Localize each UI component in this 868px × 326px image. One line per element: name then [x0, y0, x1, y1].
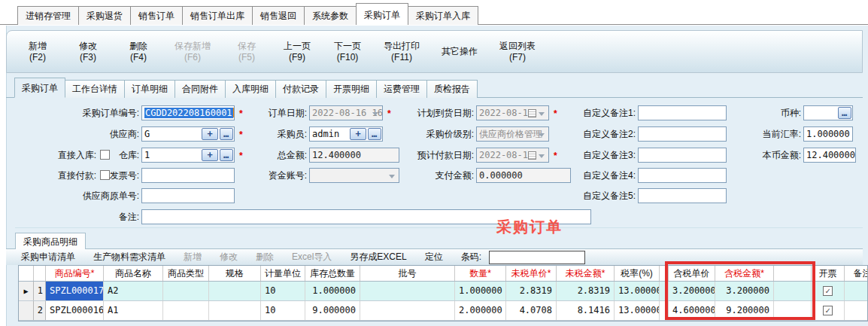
window-tab-sales-order-outbound[interactable]: 销售订单出库	[182, 6, 253, 25]
add-button[interactable]: +	[202, 128, 218, 140]
custom-note1-input[interactable]	[638, 105, 727, 120]
cell-product-code[interactable]: SPZL000017	[46, 282, 104, 300]
detail-action-save-as-excel[interactable]: 另存成EXCEL	[350, 251, 406, 264]
toolbar-save-button[interactable]: 保存(F5)	[226, 39, 267, 65]
toolbar-delete-button[interactable]: 删除(F4)	[118, 39, 159, 65]
cell-stock-total-qty[interactable]: 1.000000	[305, 282, 360, 300]
planned-arrival-date-input[interactable]: 2022-08-16	[476, 105, 549, 120]
cell-untaxed-amount[interactable]: 8.1416	[557, 301, 615, 320]
lookup-button[interactable]: …	[220, 128, 233, 140]
supplier-ref-no-input[interactable]	[141, 188, 235, 203]
column-header-product-name[interactable]: 商品名称	[104, 266, 163, 281]
invoiced-checkbox[interactable]: ✓	[823, 286, 833, 296]
subtab-contract-attachment[interactable]: 合同附件	[175, 80, 226, 98]
cell-product-name[interactable]: A2	[104, 282, 163, 300]
cell-stock-total-qty[interactable]: 9.000000	[305, 301, 360, 320]
column-header-untaxed-price[interactable]: 未税单价*	[506, 266, 557, 281]
cell-untaxed-price[interactable]: 4.0708	[506, 301, 557, 320]
column-header-product-code[interactable]: 商品编号*	[46, 266, 104, 281]
cell-selector[interactable]	[19, 301, 34, 320]
subtab-quality-report[interactable]: 质检报告	[426, 80, 478, 98]
invoice-no-input[interactable]	[141, 168, 235, 183]
exchange-rate-input[interactable]: 1.000000	[803, 126, 853, 142]
cell-product-code[interactable]: SPZL000016	[46, 301, 104, 320]
column-header-row-no[interactable]	[34, 266, 46, 281]
supplier-input[interactable]: G+…	[141, 126, 235, 142]
total-amount-input[interactable]: 12.400000	[309, 148, 399, 163]
toolbar-modify-button[interactable]: 修改(F3)	[68, 39, 108, 65]
add-button[interactable]: +	[350, 128, 366, 140]
custom-note2-input[interactable]	[638, 126, 727, 142]
window-tab-sales-order[interactable]: 销售订单	[130, 6, 183, 25]
detail-group-tab[interactable]: 采购商品明细	[15, 233, 86, 249]
cell-row-no[interactable]: 2	[34, 301, 46, 320]
subtab-invoice-detail[interactable]: 开票明细	[326, 80, 377, 98]
cell-tax-rate[interactable]: 13.000000	[615, 282, 660, 300]
column-header-tax-rate[interactable]: 税率(%)	[615, 266, 660, 281]
lookup-button[interactable]: …	[368, 128, 381, 140]
toolbar-other-operations-button[interactable]: 其它操作	[436, 44, 484, 59]
column-header-spec[interactable]: 规格	[209, 266, 261, 281]
cell-untaxed-amount[interactable]: 2.8319	[557, 282, 615, 300]
subtab-stockin-detail[interactable]: 入库明细	[225, 80, 276, 98]
detail-action-production-material-demand-list[interactable]: 生产物料需求清单	[93, 251, 165, 264]
fund-account-select[interactable]	[309, 168, 399, 183]
cell-spec[interactable]	[209, 301, 261, 320]
cell-invoiced[interactable]: ✓	[812, 282, 845, 300]
window-tab-purchase-order-inbound[interactable]: 采购订单入库	[408, 6, 478, 25]
planned-payment-date-input[interactable]: 2022-08-16	[476, 148, 549, 163]
warehouse-input[interactable]: 1+…	[141, 148, 235, 163]
detail-action-modify-line[interactable]: 修改	[220, 251, 238, 264]
direct-stockin-checkbox[interactable]	[100, 150, 110, 160]
toolbar-back-to-list-button[interactable]: 返回列表(F7)	[493, 39, 542, 65]
window-tab-sales-return[interactable]: 销售退回	[252, 6, 305, 25]
local-amount-input[interactable]: 12.400000	[803, 148, 856, 163]
column-header-remark[interactable]: 备注	[845, 266, 868, 281]
subtab-order-detail[interactable]: 订单明细	[124, 80, 175, 98]
cell-product-name[interactable]: A1	[104, 301, 163, 320]
window-tab-inventory-management[interactable]: 进销存管理	[17, 6, 79, 25]
cell-qty[interactable]: 1.000000	[455, 282, 506, 300]
custom-note5-input[interactable]	[638, 188, 727, 203]
toolbar-save-new-button[interactable]: 保存新增(F6)	[168, 39, 217, 65]
cell-untaxed-price[interactable]: 2.8319	[506, 282, 557, 300]
order-no-input[interactable]: CGDD202208160001	[141, 105, 235, 120]
lookup-button[interactable]: …	[220, 149, 233, 161]
column-header-unit[interactable]: 计量单位	[261, 266, 305, 281]
cell-product-type[interactable]	[163, 301, 209, 320]
cell-spec[interactable]	[209, 282, 261, 300]
window-tab-system-params[interactable]: 系统参数	[304, 6, 357, 25]
detail-action-delete-line[interactable]: 删除	[256, 251, 274, 264]
detail-action-add-line[interactable]: 新增	[184, 251, 202, 264]
cell-remark[interactable]	[845, 301, 868, 320]
window-tab-purchase-order[interactable]: 采购订单	[356, 3, 408, 25]
cell-remark[interactable]	[845, 282, 868, 300]
detail-action-locate[interactable]: 定位	[425, 251, 443, 264]
subtab-payment-record[interactable]: 付款记录	[275, 80, 326, 98]
toolbar-next-page-button[interactable]: 下一页(F10)	[327, 39, 368, 65]
column-header-stock-total-qty[interactable]: 库存总数量	[305, 266, 360, 281]
add-button[interactable]: +	[202, 149, 218, 161]
column-header-batch-no[interactable]: 批号	[360, 266, 455, 281]
window-tab-purchase-return[interactable]: 采购退货	[78, 6, 131, 25]
detail-action-purchase-request-list[interactable]: 采购申请清单	[21, 251, 75, 264]
cell-qty[interactable]: 2.000000	[455, 301, 506, 320]
row-selector-arrow-icon[interactable]: ▶	[19, 282, 34, 300]
subtab-purchase-order[interactable]: 采购订单	[14, 78, 65, 98]
cell-batch-no[interactable]	[360, 301, 455, 320]
toolbar-export-print-button[interactable]: 导出打印(F11)	[378, 39, 426, 65]
custom-note4-input[interactable]	[638, 168, 727, 183]
invoiced-checkbox[interactable]: ✓	[823, 306, 833, 315]
custom-note3-input[interactable]	[638, 148, 727, 163]
toolbar-prev-page-button[interactable]: 上一页(F9)	[277, 39, 317, 65]
cell-tax-rate[interactable]: 13.000000	[615, 301, 660, 320]
price-level-select[interactable]: 供应商价格管理	[476, 126, 549, 142]
cell-row-no[interactable]: 1	[34, 282, 46, 300]
barcode-input[interactable]	[489, 251, 585, 264]
buyer-input[interactable]: admin+…	[309, 126, 383, 142]
subtab-workbench-detail[interactable]: 工作台详情	[65, 80, 125, 98]
toolbar-add-button[interactable]: 新增(F2)	[17, 39, 58, 65]
column-header-product-type[interactable]: 商品类型	[163, 266, 209, 281]
cell-invoiced[interactable]: ✓	[812, 301, 845, 320]
column-header-selector[interactable]	[19, 266, 34, 281]
